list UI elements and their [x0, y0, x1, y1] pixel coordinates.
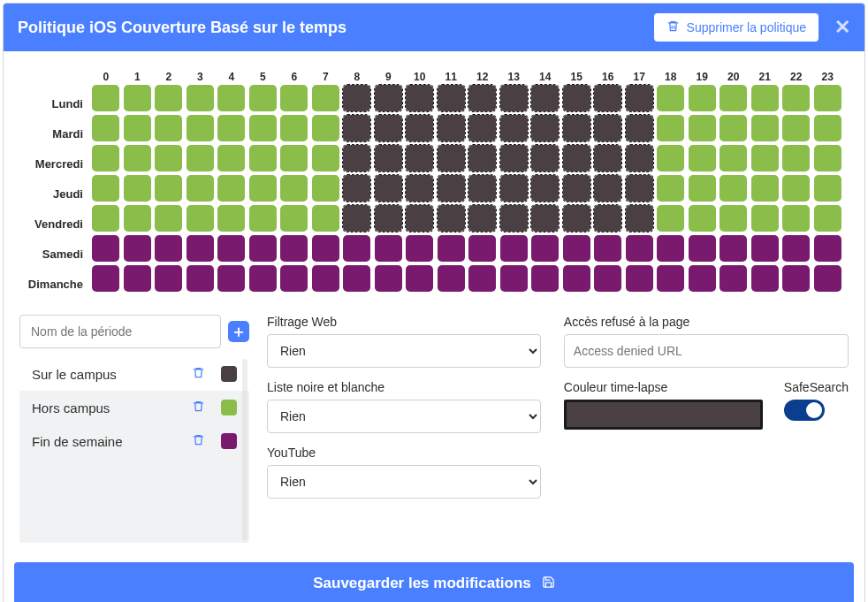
schedule-cell[interactable] — [406, 115, 433, 141]
schedule-cell[interactable] — [343, 145, 370, 171]
schedule-cell[interactable] — [814, 115, 841, 141]
schedule-cell[interactable] — [343, 205, 370, 232]
schedule-cell[interactable] — [751, 85, 779, 111]
schedule-cell[interactable] — [689, 175, 716, 202]
schedule-cell[interactable] — [720, 115, 747, 141]
schedule-cell[interactable] — [155, 115, 182, 141]
schedule-cell[interactable] — [155, 175, 182, 202]
schedule-cell[interactable] — [438, 85, 465, 111]
schedule-cell[interactable] — [280, 115, 308, 141]
period-item[interactable]: Hors campus — [19, 391, 249, 424]
schedule-cell[interactable] — [468, 235, 496, 262]
schedule-cell[interactable] — [375, 175, 402, 202]
schedule-cell[interactable] — [217, 235, 245, 262]
schedule-cell[interactable] — [312, 235, 339, 262]
schedule-cell[interactable] — [500, 115, 528, 141]
schedule-cell[interactable] — [657, 145, 684, 171]
delete-policy-button[interactable]: Supprimer la politique — [654, 13, 819, 42]
schedule-cell[interactable] — [406, 85, 433, 111]
schedule-cell[interactable] — [594, 115, 621, 141]
schedule-cell[interactable] — [155, 235, 182, 262]
schedule-cell[interactable] — [720, 175, 747, 202]
schedule-cell[interactable] — [594, 265, 621, 292]
schedule-cell[interactable] — [720, 85, 747, 111]
schedule-cell[interactable] — [280, 235, 308, 262]
schedule-cell[interactable] — [343, 235, 370, 262]
schedule-cell[interactable] — [312, 175, 339, 202]
schedule-cell[interactable] — [155, 85, 182, 111]
schedule-cell[interactable] — [626, 205, 653, 232]
schedule-cell[interactable] — [438, 175, 465, 202]
schedule-cell[interactable] — [594, 205, 621, 232]
schedule-cell[interactable] — [468, 145, 496, 171]
schedule-cell[interactable] — [312, 265, 339, 292]
schedule-cell[interactable] — [563, 145, 590, 171]
schedule-cell[interactable] — [92, 115, 119, 141]
schedule-cell[interactable] — [438, 205, 465, 232]
schedule-cell[interactable] — [468, 85, 496, 111]
schedule-cell[interactable] — [124, 145, 151, 171]
schedule-cell[interactable] — [500, 85, 528, 111]
schedule-cell[interactable] — [594, 145, 621, 171]
schedule-cell[interactable] — [751, 235, 779, 262]
schedule-cell[interactable] — [280, 85, 308, 111]
schedule-cell[interactable] — [155, 145, 182, 171]
schedule-cell[interactable] — [217, 85, 245, 111]
schedule-cell[interactable] — [187, 85, 214, 111]
schedule-cell[interactable] — [814, 85, 841, 111]
schedule-cell[interactable] — [500, 175, 528, 202]
schedule-cell[interactable] — [626, 115, 653, 141]
schedule-cell[interactable] — [814, 235, 841, 262]
trash-icon[interactable] — [192, 366, 205, 382]
period-name-input[interactable] — [19, 315, 221, 348]
schedule-cell[interactable] — [406, 145, 433, 171]
schedule-cell[interactable] — [500, 205, 528, 232]
schedule-cell[interactable] — [782, 235, 810, 262]
schedule-cell[interactable] — [155, 205, 182, 232]
schedule-cell[interactable] — [689, 265, 716, 292]
schedule-cell[interactable] — [563, 205, 590, 232]
close-icon[interactable]: ✕ — [834, 18, 850, 37]
schedule-cell[interactable] — [406, 265, 433, 292]
schedule-cell[interactable] — [124, 205, 151, 232]
schedule-cell[interactable] — [782, 175, 810, 202]
web-filtering-select[interactable]: Rien — [267, 334, 541, 368]
schedule-cell[interactable] — [531, 115, 559, 141]
schedule-cell[interactable] — [468, 175, 496, 202]
schedule-cell[interactable] — [312, 85, 339, 111]
schedule-cell[interactable] — [217, 265, 245, 292]
schedule-cell[interactable] — [217, 145, 245, 171]
schedule-cell[interactable] — [782, 85, 810, 111]
schedule-cell[interactable] — [626, 235, 653, 262]
schedule-cell[interactable] — [689, 115, 716, 141]
schedule-cell[interactable] — [468, 205, 496, 232]
schedule-cell[interactable] — [124, 175, 151, 202]
schedule-cell[interactable] — [249, 85, 277, 111]
schedule-cell[interactable] — [280, 175, 308, 202]
schedule-cell[interactable] — [814, 145, 841, 171]
schedule-cell[interactable] — [375, 145, 402, 171]
schedule-cell[interactable] — [187, 205, 214, 232]
schedule-cell[interactable] — [594, 85, 621, 111]
trash-icon[interactable] — [192, 400, 205, 415]
schedule-cell[interactable] — [751, 145, 779, 171]
schedule-cell[interactable] — [468, 265, 496, 292]
schedule-cell[interactable] — [92, 205, 119, 232]
schedule-cell[interactable] — [657, 235, 684, 262]
schedule-cell[interactable] — [720, 145, 747, 171]
schedule-cell[interactable] — [343, 85, 370, 111]
schedule-cell[interactable] — [782, 145, 810, 171]
schedule-cell[interactable] — [563, 235, 590, 262]
schedule-cell[interactable] — [249, 235, 277, 262]
period-item[interactable]: Sur le campus — [19, 357, 249, 391]
schedule-cell[interactable] — [438, 235, 465, 262]
schedule-cell[interactable] — [217, 205, 245, 232]
schedule-cell[interactable] — [657, 115, 684, 141]
schedule-cell[interactable] — [92, 85, 119, 111]
schedule-cell[interactable] — [375, 235, 402, 262]
schedule-cell[interactable] — [531, 265, 559, 292]
schedule-cell[interactable] — [187, 235, 214, 262]
schedule-cell[interactable] — [720, 265, 747, 292]
schedule-cell[interactable] — [249, 205, 277, 232]
schedule-cell[interactable] — [438, 115, 465, 141]
